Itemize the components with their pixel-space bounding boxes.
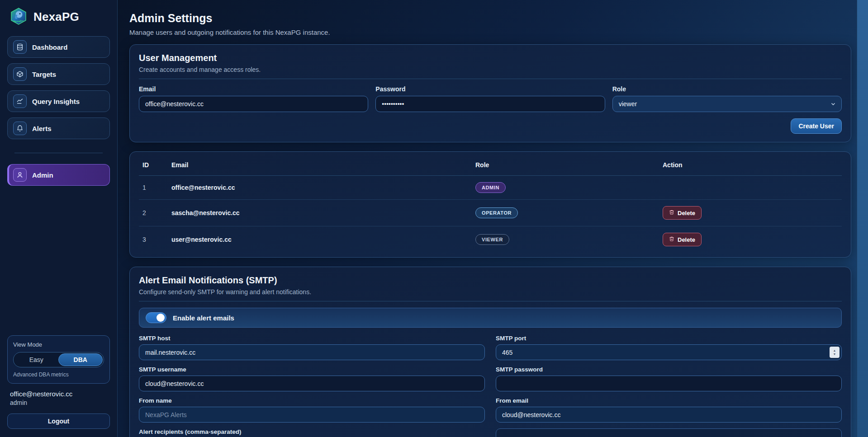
smtp-port-field[interactable] bbox=[496, 344, 842, 360]
current-user-block: office@nesterovic.cc admin bbox=[7, 384, 110, 406]
divider bbox=[139, 79, 842, 79]
password-field[interactable] bbox=[375, 96, 605, 112]
database-icon bbox=[13, 40, 27, 54]
sidebar-bottom: View Mode Easy DBA Advanced DBA metrics … bbox=[0, 335, 117, 437]
view-mode-hint: Advanced DBA metrics bbox=[13, 371, 104, 378]
enable-alerts-toggle[interactable] bbox=[146, 312, 166, 323]
delete-user-button[interactable]: Delete bbox=[663, 206, 702, 220]
user-email-cell: sascha@nesterovic.cc bbox=[168, 200, 472, 226]
user-id-cell: 2 bbox=[139, 200, 168, 226]
sidebar-item-label: Dashboard bbox=[32, 43, 67, 51]
sidebar-item-dashboard[interactable]: Dashboard bbox=[7, 36, 110, 58]
smtp-username-field[interactable] bbox=[139, 376, 485, 391]
role-label: Role bbox=[612, 85, 842, 93]
svg-text:NexaPG: NexaPG bbox=[13, 20, 24, 23]
create-user-form: Email Password Role viewer bbox=[139, 85, 842, 112]
nexapg-logo-icon: NexaPG bbox=[9, 7, 28, 26]
main-content: Admin Settings Manage users and outgoing… bbox=[118, 0, 868, 437]
smtp-host-field[interactable] bbox=[139, 344, 485, 360]
email-field[interactable] bbox=[139, 96, 368, 112]
sidebar-divider bbox=[14, 153, 103, 153]
user-id-cell: 1 bbox=[139, 176, 168, 200]
smtp-form-grid: SMTP host SMTP port ▲▼ SMTP username SMT… bbox=[139, 335, 842, 437]
logout-button[interactable]: Logout bbox=[7, 414, 110, 429]
from-name-label: From name bbox=[139, 397, 485, 404]
app-name: NexaPG bbox=[33, 10, 79, 24]
page-title: Admin Settings bbox=[129, 11, 851, 25]
user-role-cell: OPERATOR bbox=[472, 200, 659, 226]
view-mode-label: View Mode bbox=[13, 341, 104, 348]
page-subtitle: Manage users and outgoing notifications … bbox=[129, 28, 851, 37]
trash-icon bbox=[669, 236, 674, 243]
sidebar-nav: Dashboard Targets Query Insights bbox=[0, 33, 117, 186]
table-row: 2sascha@nesterovic.ccOPERATORDelete bbox=[139, 200, 842, 226]
starttls-row: Use STARTTLS bbox=[496, 428, 842, 437]
user-management-card: User Management Create accounts and mana… bbox=[129, 44, 851, 142]
view-mode-easy-button[interactable]: Easy bbox=[14, 353, 58, 366]
col-header-role: Role bbox=[472, 155, 659, 176]
vertical-scrollbar[interactable] bbox=[857, 0, 868, 437]
password-label: Password bbox=[375, 85, 605, 93]
number-spinner[interactable]: ▲▼ bbox=[830, 347, 840, 358]
user-management-subtitle: Create accounts and manage access roles. bbox=[139, 66, 842, 73]
role-badge: ADMIN bbox=[475, 182, 506, 193]
smtp-password-field[interactable] bbox=[496, 376, 842, 391]
smtp-port-label: SMTP port bbox=[496, 335, 842, 342]
cube-icon bbox=[13, 67, 27, 81]
enable-alerts-row: Enable alert emails bbox=[139, 308, 842, 328]
user-role-cell: VIEWER bbox=[472, 226, 659, 253]
sidebar-item-alerts[interactable]: Alerts bbox=[7, 117, 110, 139]
bell-icon bbox=[13, 122, 27, 135]
users-table-card: ID Email Role Action 1office@nesterovic.… bbox=[129, 151, 851, 258]
user-id-cell: 3 bbox=[139, 226, 168, 253]
smtp-host-label: SMTP host bbox=[139, 335, 485, 342]
email-label: Email bbox=[139, 85, 368, 93]
table-row: 3user@nesterovic.ccVIEWERDelete bbox=[139, 226, 842, 253]
view-mode-switch: Easy DBA bbox=[13, 352, 104, 367]
user-action-cell: Delete bbox=[659, 200, 842, 226]
current-user-role: admin bbox=[10, 399, 107, 406]
from-name-field[interactable] bbox=[139, 407, 485, 423]
enable-alerts-label: Enable alert emails bbox=[173, 314, 234, 322]
role-badge: OPERATOR bbox=[475, 207, 518, 218]
role-select-value: viewer bbox=[619, 100, 637, 108]
chevron-down-icon bbox=[830, 101, 836, 107]
from-email-field[interactable] bbox=[496, 407, 842, 423]
view-mode-card: View Mode Easy DBA Advanced DBA metrics bbox=[7, 335, 110, 384]
from-email-label: From email bbox=[496, 397, 842, 404]
view-mode-dba-button[interactable]: DBA bbox=[58, 353, 103, 366]
smtp-card: Alert Email Notifications (SMTP) Configu… bbox=[129, 267, 851, 437]
sidebar-item-query-insights[interactable]: Query Insights bbox=[7, 90, 110, 112]
app-logo-row: NexaPG NexaPG bbox=[0, 0, 117, 33]
user-role-cell: ADMIN bbox=[472, 176, 659, 200]
sidebar-item-label: Admin bbox=[32, 171, 53, 179]
chart-line-icon bbox=[13, 94, 27, 108]
delete-user-button[interactable]: Delete bbox=[663, 233, 702, 246]
smtp-username-label: SMTP username bbox=[139, 366, 485, 373]
sidebar-item-admin[interactable]: Admin bbox=[7, 164, 110, 186]
recipients-label: Alert recipients (comma-separated) bbox=[139, 428, 485, 435]
user-action-cell bbox=[659, 176, 842, 200]
divider bbox=[139, 301, 842, 301]
sidebar-item-label: Query Insights bbox=[32, 98, 80, 105]
user-icon bbox=[13, 168, 27, 182]
col-header-action: Action bbox=[659, 155, 842, 176]
current-user-email: office@nesterovic.cc bbox=[10, 390, 107, 398]
sidebar-item-label: Targets bbox=[32, 70, 56, 78]
trash-icon bbox=[669, 209, 674, 216]
role-badge: VIEWER bbox=[475, 234, 509, 245]
user-email-cell: office@nesterovic.cc bbox=[168, 176, 472, 200]
smtp-subtitle: Configure send-only SMTP for warning and… bbox=[139, 288, 842, 296]
sidebar-item-targets[interactable]: Targets bbox=[7, 63, 110, 85]
smtp-title: Alert Email Notifications (SMTP) bbox=[139, 275, 842, 286]
role-select[interactable]: viewer bbox=[612, 96, 842, 112]
sidebar: NexaPG NexaPG Dashboard Targets bbox=[0, 0, 118, 437]
sidebar-item-label: Alerts bbox=[32, 125, 52, 132]
col-header-id: ID bbox=[139, 155, 168, 176]
user-email-cell: user@nesterovic.cc bbox=[168, 226, 472, 253]
toggle-knob bbox=[157, 314, 165, 322]
col-header-email: Email bbox=[168, 155, 472, 176]
table-row: 1office@nesterovic.ccADMIN bbox=[139, 176, 842, 200]
create-user-button[interactable]: Create User bbox=[791, 118, 842, 134]
user-action-cell: Delete bbox=[659, 226, 842, 253]
